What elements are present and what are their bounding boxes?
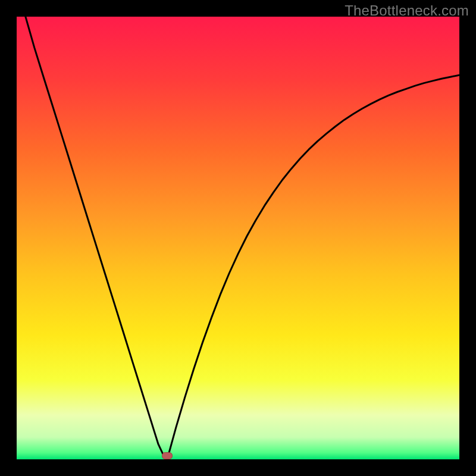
- plot-area: [17, 17, 459, 459]
- plot-svg: [17, 17, 459, 459]
- chart-frame: TheBottleneck.com: [0, 0, 476, 476]
- plot-background-gradient: [17, 17, 459, 459]
- optimum-marker: [162, 453, 173, 459]
- watermark-text: TheBottleneck.com: [345, 2, 469, 19]
